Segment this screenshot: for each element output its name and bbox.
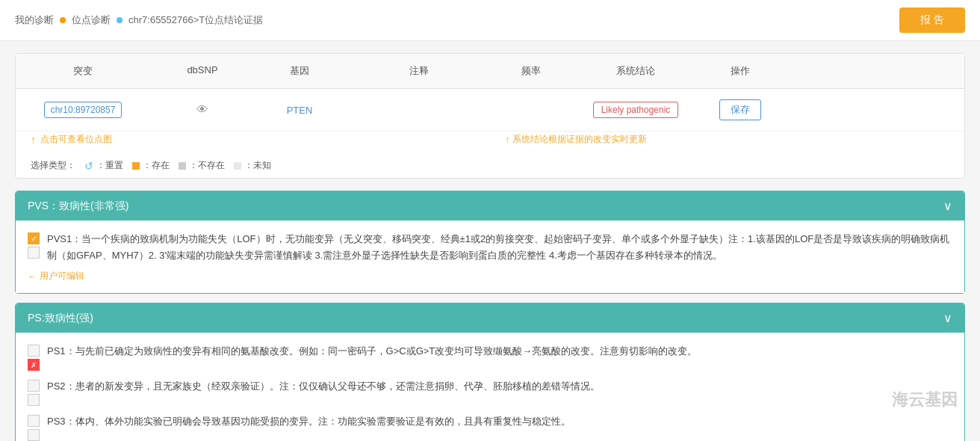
- ps2-checkbox-group: [28, 380, 40, 406]
- ps1-text: PS1：与先前已确定为致病性的变异有相同的氨基酸改变。例如：同一密码子，G>C或…: [47, 343, 952, 360]
- user-editable-hint: ← 用户可编辑: [28, 270, 952, 283]
- top-bar: 我的诊断 位点诊断 chr7:65552766>T位点结论证据 报 告: [0, 0, 980, 41]
- col-header-conclusion: 系统结论: [568, 61, 703, 81]
- ps-title: PS:致病性(强): [28, 312, 93, 325]
- chr-link[interactable]: chr10:89720857: [44, 102, 122, 118]
- ps1-checkbox-group: ✗: [28, 345, 40, 371]
- ps-section: PS:致病性(强) ∨ ✗ PS1：与先前已确定为致病性的变异有相同的氨基酸改变…: [15, 303, 965, 441]
- click-hint-text: 点击可查看位点图: [40, 133, 112, 146]
- pvs-row: ✓ PVS1：当一个疾病的致病机制为功能失失（LOF）时，无功能变异（无义突变、…: [28, 231, 952, 264]
- pvs-title: PVS：致病性(非常强): [28, 200, 128, 213]
- breadcrumb-item2[interactable]: 位点诊断: [72, 13, 111, 27]
- save-button[interactable]: 保存: [719, 99, 761, 120]
- conclusion-badge: Likely pathogenic: [593, 102, 679, 118]
- ps3-cb2[interactable]: [28, 429, 40, 441]
- pvs-checkbox-unchecked[interactable]: [28, 247, 40, 259]
- ps3-row: PS3：体内、体外功能实验已明确会导致基因功能受损的变异。注：功能实验需要验证是…: [28, 413, 952, 441]
- cell-conclusion: Likely pathogenic: [568, 99, 703, 121]
- filter-reset[interactable]: ↺ ：重置: [84, 159, 123, 172]
- report-button[interactable]: 报 告: [899, 7, 965, 33]
- reset-label: ：重置: [96, 159, 123, 172]
- system-hint-text: 系统结论根据证据的改变实时更新: [512, 133, 647, 146]
- eye-icon[interactable]: 👁: [196, 103, 208, 116]
- pvs-checkbox-group: ✓: [28, 232, 40, 259]
- pvs-chevron: ∨: [943, 199, 952, 213]
- pvs1-text: PVS1：当一个疾病的致病机制为功能失失（LOF）时，无功能变异（无义突变、移码…: [47, 231, 952, 264]
- cell-frequency: [494, 107, 568, 113]
- breadcrumb-dot1: [60, 17, 66, 23]
- click-hint-arrow: ↑: [31, 134, 36, 146]
- pvs-checkbox-checked[interactable]: ✓: [28, 232, 40, 244]
- col-header-variant: 突变: [16, 61, 150, 81]
- table-header: 突变 dbSNP 基因 注释 频率 系统结论 操作: [16, 54, 964, 89]
- reset-icon: ↺: [84, 160, 93, 172]
- unknown-label: ：未知: [244, 159, 271, 172]
- exist-label: ：存在: [143, 159, 170, 172]
- breadcrumb-dot2: [117, 17, 122, 23]
- filter-unknown[interactable]: ：未知: [234, 159, 271, 172]
- cell-action: 保存: [703, 96, 778, 123]
- ps1-row: ✗ PS1：与先前已确定为致病性的变异有相同的氨基酸改变。例如：同一密码子，G>…: [28, 343, 952, 371]
- col-header-annotation: 注释: [344, 61, 494, 81]
- editable-arrow: ←: [28, 271, 37, 282]
- breadcrumb-item3: chr7:65552766>T位点结论证据: [128, 13, 263, 27]
- col-header-gene: 基因: [255, 61, 344, 81]
- system-hint: ↑ 系统结论根据证据的改变实时更新: [505, 133, 647, 146]
- col-header-dbsnp: dbSNP: [150, 61, 255, 81]
- filter-row: 选择类型： ↺ ：重置 ：存在 ：不存在 ：未知: [16, 153, 964, 178]
- filter-label: 选择类型：: [31, 159, 75, 172]
- col-header-frequency: 频率: [494, 61, 568, 81]
- col-header-action: 操作: [703, 61, 778, 81]
- ps-header[interactable]: PS:致病性(强) ∨: [16, 303, 964, 333]
- filter-not-exist[interactable]: ：不存在: [179, 159, 225, 172]
- ps2-cb1[interactable]: [28, 380, 40, 392]
- cell-annotation: [344, 107, 494, 113]
- editable-text: 用户可编辑: [40, 270, 84, 283]
- variant-table: 突变 dbSNP 基因 注释 频率 系统结论 操作 chr10:89720857…: [15, 53, 965, 179]
- ps2-text: PS2：患者的新发变异，且无家族史（经双亲验证）。注：仅仅确认父母还不够，还需注…: [47, 378, 952, 395]
- cell-dbsnp: 👁: [150, 100, 255, 120]
- ps3-text: PS3：体内、体外功能实验已明确会导致基因功能受损的变异。注：功能实验需要验证是…: [47, 413, 952, 430]
- ps2-row: PS2：患者的新发变异，且无家族史（经双亲验证）。注：仅仅确认父母还不够，还需注…: [28, 378, 952, 406]
- gene-link[interactable]: PTEN: [287, 105, 313, 116]
- gray-dot: [179, 162, 186, 170]
- cell-gene: PTEN: [255, 102, 344, 119]
- orange-dot: [132, 162, 140, 170]
- cell-variant: chr10:89720857: [16, 99, 150, 121]
- ps3-checkbox-group: [28, 415, 40, 441]
- pvs-section: PVS：致病性(非常强) ∨ ✓ PVS1：当一个疾病的致病机制为功能失失（LO…: [15, 191, 965, 294]
- not-exist-label: ：不存在: [189, 159, 225, 172]
- pvs-header[interactable]: PVS：致病性(非常强) ∨: [16, 191, 964, 220]
- filter-exist[interactable]: ：存在: [132, 159, 170, 172]
- ps-chevron: ∨: [943, 311, 952, 325]
- breadcrumb-item1[interactable]: 我的诊断: [15, 13, 54, 27]
- system-hint-arrow: ↑: [505, 135, 509, 145]
- ps1-cb2[interactable]: ✗: [28, 359, 40, 371]
- ps3-cb1[interactable]: [28, 415, 40, 427]
- breadcrumb: 我的诊断 位点诊断 chr7:65552766>T位点结论证据: [15, 13, 263, 27]
- ps-content: ✗ PS1：与先前已确定为致病性的变异有相同的氨基酸改变。例如：同一密码子，G>…: [16, 333, 964, 441]
- lightgray-dot: [234, 162, 241, 170]
- main-content: 突变 dbSNP 基因 注释 频率 系统结论 操作 chr10:89720857…: [0, 41, 980, 441]
- ps1-cb1[interactable]: [28, 345, 40, 357]
- ps2-cb2[interactable]: [28, 394, 40, 406]
- pvs-content: ✓ PVS1：当一个疾病的致病机制为功能失失（LOF）时，无功能变异（无义突变、…: [16, 220, 964, 293]
- table-row: chr10:89720857 👁 PTEN Likely pathogenic …: [16, 89, 964, 132]
